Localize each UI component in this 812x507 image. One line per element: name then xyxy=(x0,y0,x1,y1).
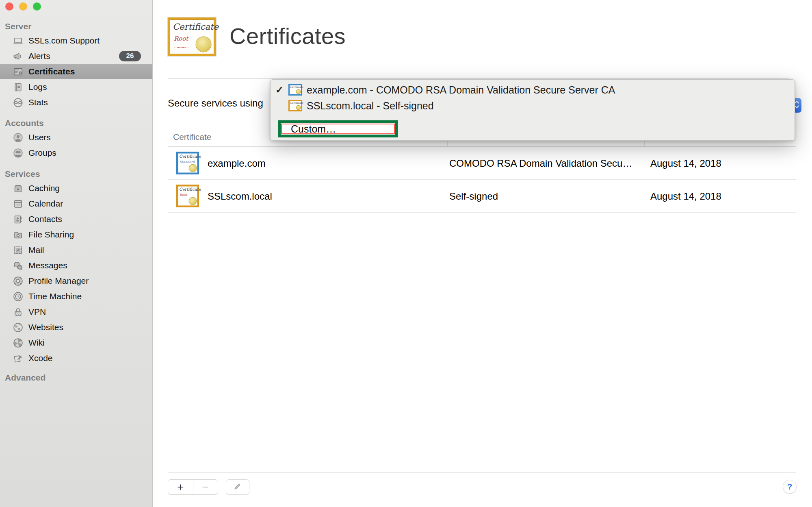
certificate-name: SSLscom.local xyxy=(208,180,272,213)
sidebar-item-caching[interactable]: Caching xyxy=(0,181,152,196)
certificate-issuer: Self-signed xyxy=(449,180,498,213)
mail-icon xyxy=(12,244,24,256)
calendar-icon: 17 xyxy=(12,198,24,209)
checkmark-icon: ✓ xyxy=(271,84,288,96)
sidebar-item-groups[interactable]: Groups xyxy=(0,145,152,161)
sidebar-item-messages[interactable]: Messages xyxy=(0,258,152,273)
sidebar-item-stats[interactable]: Stats xyxy=(0,95,152,110)
sidebar-item-alerts[interactable]: Alerts 26 xyxy=(0,48,152,64)
vpn-icon xyxy=(12,306,24,318)
gold-certificate-icon: Certificate xyxy=(288,100,302,111)
sidebar-item-mail[interactable]: Mail xyxy=(0,242,152,258)
add-remove-segmented-control: + − xyxy=(168,479,218,495)
certificates-table: Certificate Certificate Standard example… xyxy=(168,127,796,472)
logs-icon xyxy=(12,81,24,93)
certificate-name: example.com xyxy=(208,147,266,180)
profile-manager-icon xyxy=(12,275,24,287)
menu-separator xyxy=(271,119,795,119)
sidebar-item-users[interactable]: Users xyxy=(0,130,152,145)
certificate-dropdown-menu: ✓ Certificate example.com - COMODO RSA D… xyxy=(270,79,795,141)
stats-icon xyxy=(12,97,24,108)
sidebar-item-contacts[interactable]: Contacts xyxy=(0,211,152,227)
websites-icon xyxy=(12,322,24,333)
sidebar-item-time-machine[interactable]: Time Machine xyxy=(0,289,152,304)
caching-icon xyxy=(12,183,24,194)
svg-text:17: 17 xyxy=(16,202,20,207)
sidebar-item-certificates[interactable]: Certificates xyxy=(0,64,152,79)
table-row[interactable]: Certificate Root SSLscom.local Self-sign… xyxy=(168,180,796,213)
xcode-icon xyxy=(12,353,24,364)
sidebar-item-xcode[interactable]: Xcode xyxy=(0,350,152,366)
server-app-window: Server SSLs.com Support Alerts 26 Certif… xyxy=(0,0,812,507)
sidebar-section-services: Services xyxy=(0,169,152,179)
contacts-icon xyxy=(12,213,24,225)
zoom-window-button[interactable] xyxy=(33,2,41,11)
time-machine-icon xyxy=(12,291,24,302)
sidebar-section-advanced: Advanced xyxy=(0,372,152,383)
menu-item-example-com[interactable]: ✓ Certificate example.com - COMODO RSA D… xyxy=(271,82,795,98)
sidebar-section-server: Server xyxy=(0,21,152,32)
root-certificate-icon: Certificate Root xyxy=(176,185,199,207)
menu-item-label: SSLscom.local - Self-signed xyxy=(307,100,434,112)
root-certificate-icon: Certificate Root · ⁓⁓ · xyxy=(168,17,216,56)
header-separator xyxy=(168,78,789,79)
menu-item-label: Custom… xyxy=(282,123,336,135)
group-icon xyxy=(12,147,24,159)
custom-menu-item-highlight: Custom… xyxy=(278,120,398,137)
sidebar-item-websites[interactable]: Websites xyxy=(0,320,152,335)
sidebar-item-wiki[interactable]: Wiki xyxy=(0,335,152,350)
file-sharing-icon xyxy=(12,229,24,240)
sidebar-item-calendar[interactable]: 17 Calendar xyxy=(0,196,152,211)
menu-item-custom[interactable]: Custom… xyxy=(281,124,395,134)
edit-certificate-button[interactable] xyxy=(226,479,249,495)
page-title: Certificates xyxy=(230,23,346,49)
messages-icon xyxy=(12,260,24,271)
minimize-window-button[interactable] xyxy=(19,2,27,11)
wiki-icon xyxy=(12,337,24,348)
sidebar-nav: Server SSLs.com Support Alerts 26 Certif… xyxy=(0,21,152,383)
sidebar-item-vpn[interactable]: VPN xyxy=(0,304,152,320)
sidebar-item-logs[interactable]: Logs xyxy=(0,79,152,95)
certificate-issuer: COMODO RSA Domain Validation Secu… xyxy=(449,147,632,180)
megaphone-icon xyxy=(12,50,24,62)
pencil-icon xyxy=(233,481,243,493)
certificate-expiry-date: August 14, 2018 xyxy=(650,147,721,180)
certificate-expiry-date: August 14, 2018 xyxy=(650,180,721,213)
menu-item-label: example.com - COMODO RSA Domain Validati… xyxy=(307,84,615,96)
column-header-certificate: Certificate xyxy=(173,127,212,147)
laptop-icon xyxy=(12,35,24,46)
window-controls xyxy=(5,2,41,11)
blue-certificate-icon: Certificate xyxy=(288,84,302,96)
certificate-icon xyxy=(12,66,24,77)
standard-certificate-icon: Certificate Standard xyxy=(176,152,199,174)
menu-item-sslscom-local[interactable]: Certificate SSLscom.local - Self-signed xyxy=(271,98,795,113)
sidebar-item-profile-manager[interactable]: Profile Manager xyxy=(0,273,152,289)
add-certificate-button[interactable]: + xyxy=(168,480,193,494)
certificate-seal xyxy=(196,37,211,52)
alerts-count-badge: 26 xyxy=(119,51,141,61)
remove-certificate-button[interactable]: − xyxy=(193,480,218,494)
table-row[interactable]: Certificate Standard example.com COMODO … xyxy=(168,147,796,180)
secure-services-label: Secure services using xyxy=(168,98,263,109)
sidebar-item-ssls-support[interactable]: SSLs.com Support xyxy=(0,33,152,48)
sidebar-section-accounts: Accounts xyxy=(0,118,152,128)
close-window-button[interactable] xyxy=(5,2,13,11)
sidebar: Server SSLs.com Support Alerts 26 Certif… xyxy=(0,0,153,507)
help-button[interactable]: ? xyxy=(783,480,797,494)
sidebar-item-file-sharing[interactable]: File Sharing xyxy=(0,227,152,242)
user-icon xyxy=(12,132,24,143)
